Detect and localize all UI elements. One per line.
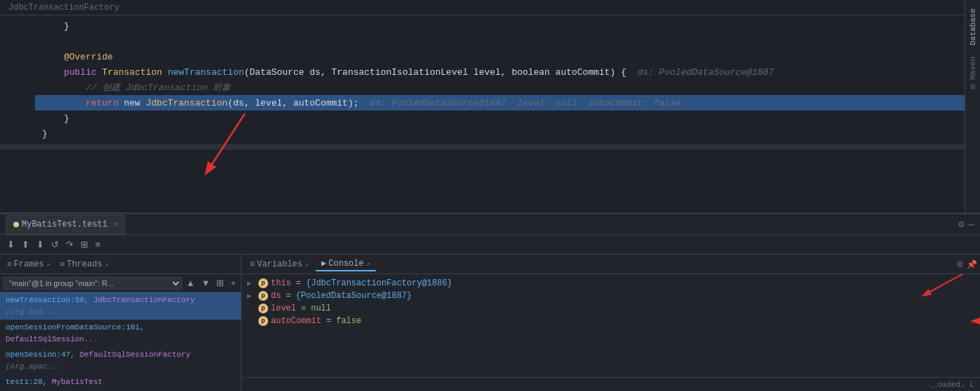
var-icon-this: p	[258, 278, 268, 288]
location-text: JdbcTransactionFactory	[8, 3, 119, 13]
frame-method-0: newTransaction:50,	[6, 296, 93, 304]
console-icon: ▶	[321, 258, 326, 269]
var-eq-this: =	[296, 278, 301, 288]
var-name-autocommit: autoCommit	[271, 316, 321, 326]
panel-tabs: ≡ Frames ↗ ≡ Threads ↗	[0, 255, 241, 274]
file-tab-mybatis[interactable]: MyBatisTest.test1 ×	[6, 215, 125, 234]
frame-pkg-1: ...	[84, 335, 98, 343]
tab-variables[interactable]: ≡ Variables ↗	[244, 258, 314, 271]
var-item-autocommit[interactable]: ▶ p autoCommit = false	[241, 315, 980, 327]
file-tab-label: MyBatisTest.test1	[22, 220, 107, 229]
frames-list: newTransaction:50, JdbcTransactionFactor…	[0, 292, 241, 391]
frames-icon: ≡	[7, 260, 12, 269]
loaded-bar: ... oaded. L	[241, 377, 980, 391]
var-name-this: this	[271, 278, 291, 288]
right-panel: ≡ Variables ↗ ▶ Console ↗ ⚙ 📌 ▶	[241, 255, 980, 391]
right-panel-pin[interactable]: 📌	[967, 260, 977, 269]
svg-line-3	[924, 274, 966, 295]
frames-controls: "main"@1 in group "main": R... ▲ ▼ ⊞ +	[0, 274, 241, 292]
tab-gear-icon[interactable]: ⚙	[958, 218, 964, 230]
code-line-comment[interactable]: // 创建 JdbcTransaction 对象	[35, 80, 980, 95]
right-panel-controls: ⚙ 📌	[956, 260, 977, 269]
threads-icon: ≡	[60, 260, 65, 269]
horizontal-scrollbar[interactable]	[0, 144, 980, 150]
toolbar-btn-step-up[interactable]: ⬆	[19, 238, 32, 251]
frame-item-0[interactable]: newTransaction:50, JdbcTransactionFactor…	[0, 292, 241, 320]
frames-nav-up[interactable]: ▲	[184, 277, 197, 289]
frames-dropdown[interactable]: "main"@1 in group "main": R...	[3, 277, 182, 290]
var-val-level: null	[311, 304, 331, 313]
tab-frames[interactable]: ≡ Frames ↗	[3, 258, 55, 271]
frames-arrow: ↗	[46, 260, 50, 269]
location-bar: JdbcTransactionFactory	[0, 0, 980, 15]
code-line-2[interactable]	[35, 34, 980, 49]
var-name-level: level	[271, 304, 296, 313]
frames-filter[interactable]: ⊞	[214, 277, 226, 289]
tab-right: ⚙ —	[958, 218, 974, 230]
var-item-ds[interactable]: ▶ p ds = {PooledDataSource@1887}	[241, 290, 980, 302]
right-panel-gear[interactable]: ⚙	[956, 260, 964, 269]
var-val-ds: {PooledDataSource@1887}	[296, 291, 412, 301]
frames-add[interactable]: +	[228, 277, 238, 289]
variables-list: ▶ p this = {JdbcTransactionFactory@1886}…	[241, 274, 980, 377]
bottom-panel: MyBatisTest.test1 × ⚙ — ⬇ ⬆ ⬇ ↺ ↷ ⊞ ≡ ≡ …	[0, 213, 980, 391]
file-tab-bar: MyBatisTest.test1 × ⚙ —	[0, 214, 980, 235]
code-line-close2[interactable]: }	[35, 126, 980, 141]
code-line-1[interactable]: }	[35, 18, 980, 34]
code-editor: JdbcTransactionFactory } @Override publi…	[0, 0, 980, 213]
var-val-autocommit: false	[336, 316, 361, 326]
frame-method-1: openSessionFromDataSource:101,	[6, 323, 144, 332]
svg-line-5	[973, 320, 980, 321]
code-line-close1[interactable]: }	[35, 111, 980, 126]
threads-label: Threads	[66, 260, 102, 269]
toolbar-btn-step-into[interactable]: ⬇	[34, 238, 47, 251]
var-eq-level: =	[301, 304, 306, 313]
sidebar-maven[interactable]: m Maven	[967, 51, 979, 94]
frames-label: Frames	[14, 260, 44, 269]
loaded-text: oaded. L	[937, 381, 974, 389]
tab-close-icon[interactable]: ×	[113, 220, 118, 229]
code-line-override[interactable]: @Override	[35, 49, 980, 64]
var-item-level[interactable]: ▶ p level = null	[241, 302, 980, 315]
toolbar-btn-step-over[interactable]: ⬇	[4, 238, 18, 251]
frame-class-3: MybatisTest	[52, 378, 103, 386]
console-label: Console	[328, 259, 363, 269]
tab-minus-icon[interactable]: —	[969, 219, 974, 230]
var-eq-autocommit: =	[326, 316, 331, 326]
frame-item-3[interactable]: test1:28, MybatisTest	[0, 374, 241, 390]
frame-class-0: JdbcTransactionFactory	[93, 296, 195, 304]
var-eq-ds: =	[286, 291, 290, 301]
variables-label: Variables	[257, 260, 302, 269]
toolbar-btn-step-out[interactable]: ↺	[48, 238, 62, 251]
tab-console[interactable]: ▶ Console ↗	[316, 257, 376, 271]
sidebar-database[interactable]: Database	[967, 3, 979, 51]
console-pin: ↗	[366, 260, 370, 268]
code-content: } @Override public Transaction newTransa…	[0, 15, 980, 144]
toolbar-btn-run[interactable]: ↷	[63, 238, 76, 251]
frame-item-2[interactable]: openSession:47, DefaultSqlSessionFactory…	[0, 347, 241, 374]
var-icon-level: p	[258, 304, 268, 313]
panel-area: ≡ Frames ↗ ≡ Threads ↗ "main"@1 in group…	[0, 255, 980, 391]
var-arrow-autocommit	[966, 311, 980, 332]
toolbar-btn-list[interactable]: ≡	[92, 238, 104, 251]
frame-pkg-0: (org.apa...	[6, 308, 57, 316]
ellipsis-btn[interactable]: ...	[930, 380, 937, 390]
debug-toolbar: ⬇ ⬆ ⬇ ↺ ↷ ⊞ ≡	[0, 235, 980, 255]
var-arrow-ds	[903, 274, 980, 304]
frame-class-1: DefaultSqlSession	[6, 335, 84, 343]
right-panel-tabs: ≡ Variables ↗ ▶ Console ↗ ⚙ 📌	[241, 255, 980, 274]
variables-pin: ↗	[304, 260, 309, 269]
var-icon-ds: p	[258, 291, 268, 301]
toolbar-btn-grid[interactable]: ⊞	[78, 238, 91, 251]
frame-method-3: test1:28,	[6, 378, 52, 386]
tab-dot-icon	[13, 222, 19, 227]
var-item-this[interactable]: ▶ p this = {JdbcTransactionFactory@1886}	[241, 277, 980, 290]
tab-left: MyBatisTest.test1 ×	[6, 215, 125, 234]
frames-nav-down[interactable]: ▼	[200, 277, 213, 289]
code-line-method[interactable]: public Transaction newTransaction (DataS…	[35, 64, 980, 80]
tab-threads[interactable]: ≡ Threads ↗	[56, 258, 113, 271]
code-line-return[interactable]: return new JdbcTransaction (ds, level, a…	[35, 95, 980, 111]
var-name-ds: ds	[271, 291, 281, 301]
frame-pkg-2: (org.apac...	[6, 362, 61, 371]
frame-item-1[interactable]: openSessionFromDataSource:101, DefaultSq…	[0, 320, 241, 347]
